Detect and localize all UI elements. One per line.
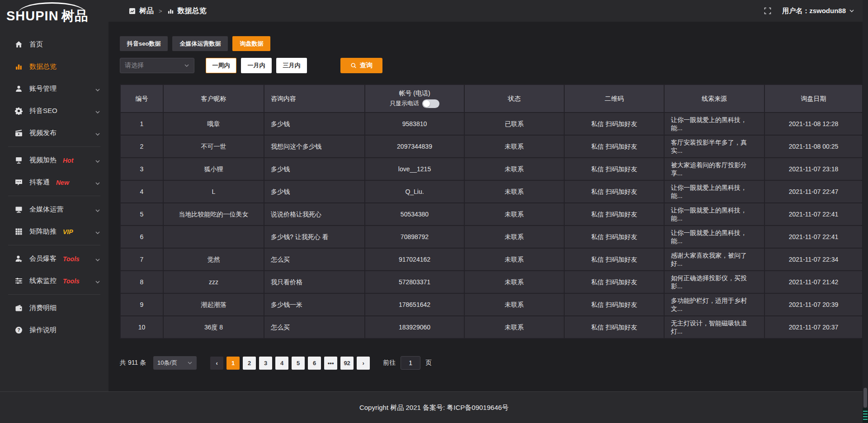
qrcode-actions[interactable]: 私信 扫码加好友: [565, 249, 664, 270]
page-button[interactable]: 92: [340, 357, 354, 370]
prev-page-button[interactable]: ‹: [210, 357, 223, 370]
user-icon: [15, 85, 23, 93]
lead-source-link[interactable]: 让你一眼就爱上的黑科技，能...: [665, 203, 764, 225]
lead-source-link[interactable]: 让你一眼就爱上的黑科技，能...: [665, 113, 764, 135]
status-label: 未联系: [465, 316, 564, 338]
tab-douyin-seo-data[interactable]: 抖音seo数据: [120, 36, 168, 51]
page-size-select[interactable]: 10条/页: [153, 356, 197, 370]
sidebar-item-label: 视频加热: [29, 156, 57, 164]
query-button[interactable]: 查询: [340, 58, 382, 73]
filter-bar: 请选择 一周内 一月内 三月内 查询: [120, 58, 382, 73]
sidebar-item-badge: Hot: [63, 157, 73, 164]
home-icon: [15, 41, 23, 48]
next-page-button[interactable]: ›: [357, 357, 370, 370]
range-three-months-button[interactable]: 三月内: [276, 58, 307, 73]
scrollbar-track[interactable]: [863, 0, 868, 423]
lead-source-link[interactable]: 如何正确选择投影仪，买投影...: [665, 271, 764, 293]
chevron-down-icon: [95, 256, 100, 262]
tab-inquiry-data[interactable]: 询盘数据: [232, 36, 270, 51]
chevron-down-icon: [95, 86, 100, 92]
qrcode-actions[interactable]: 私信 扫码加好友: [565, 136, 664, 157]
lead-source-link[interactable]: 感谢大家喜欢我家，被问了好...: [665, 249, 764, 270]
row-index: 7: [121, 249, 163, 270]
lead-source-link[interactable]: 让你一眼就爱上的黑科技，能...: [665, 226, 764, 248]
page-button[interactable]: 3: [259, 357, 272, 370]
sidebar-item-home[interactable]: 首页: [0, 33, 108, 56]
sidebar-item-matrix-boost[interactable]: 矩阵助推VIP: [0, 221, 108, 243]
status-label: 未联系: [465, 136, 564, 157]
goto-prefix: 前往: [383, 359, 396, 367]
filter-select[interactable]: 请选择: [120, 58, 194, 73]
customer-nickname: 当地比较能吃的一位美女: [164, 203, 264, 225]
sidebar-nav: 首页数据总览账号管理抖音SEO视频发布视频加热Hot抖客通New全媒体运营矩阵助…: [0, 33, 108, 341]
chevron-down-icon: [95, 158, 100, 163]
row-index: 1: [121, 113, 163, 135]
sidebar-item-video-publish[interactable]: 视频发布: [0, 122, 108, 144]
goto-page-input[interactable]: 1: [401, 356, 420, 370]
lead-source-link[interactable]: 客厅安装投影半年多了，真实...: [665, 136, 764, 157]
user-menu[interactable]: 用户名：zswodun88: [782, 7, 854, 15]
qrcode-actions[interactable]: 私信 扫码加好友: [565, 181, 664, 202]
lead-source-link[interactable]: 多功能护栏灯，适用于乡村文...: [665, 294, 764, 315]
page-button[interactable]: 5: [292, 357, 305, 370]
sidebar-item-lead-monitor[interactable]: 线索监控Tools: [0, 270, 108, 292]
sliders-icon: [15, 277, 23, 285]
qrcode-actions[interactable]: 私信 扫码加好友: [565, 316, 664, 338]
page-button[interactable]: 6: [308, 357, 321, 370]
tab-omnimedia-data[interactable]: 全媒体运营数据: [172, 36, 228, 51]
status-label: 已联系: [465, 113, 564, 135]
sidebar-item-operation-guide[interactable]: ?操作说明: [0, 319, 108, 341]
sidebar-item-douyin-seo[interactable]: 抖音SEO: [0, 100, 108, 122]
fullscreen-icon[interactable]: [764, 7, 771, 14]
customer-nickname: 哦章: [164, 113, 264, 135]
sidebar-item-consumption-detail[interactable]: 消费明细: [0, 297, 108, 319]
inquiry-table: 编号 客户昵称 咨询内容 帐号 (电话) 只显示电话 状态 二维码 线索来源 询…: [120, 84, 861, 339]
qrcode-actions[interactable]: 私信 扫码加好友: [565, 271, 664, 293]
account-header-label: 帐号 (电话): [399, 89, 430, 97]
help-icon: ?: [15, 326, 23, 334]
svg-text:?: ?: [17, 328, 20, 333]
row-index: 6: [121, 226, 163, 248]
page-button[interactable]: 4: [275, 357, 288, 370]
table-row: 7觉然怎么买917024162未联系私信 扫码加好友感谢大家喜欢我家，被问了好.…: [121, 249, 860, 270]
inquiry-content: 我想问这个多少钱: [264, 136, 364, 157]
sidebar-item-video-heating[interactable]: 视频加热Hot: [0, 149, 108, 171]
sidebar-item-member-leads[interactable]: 会员爆客Tools: [0, 248, 108, 270]
inquiry-content: 多少钱: [264, 158, 364, 180]
qrcode-actions[interactable]: 私信 扫码加好友: [565, 158, 664, 180]
customer-nickname: 觉然: [164, 249, 264, 270]
gear-icon: [15, 107, 23, 115]
sidebar-item-omnimedia-operation[interactable]: 全媒体运营: [0, 198, 108, 221]
phone-only-toggle[interactable]: [422, 99, 439, 108]
range-one-week-button[interactable]: 一周内: [206, 58, 236, 73]
sidebar-item-douketong[interactable]: 抖客通New: [0, 171, 108, 193]
qrcode-actions[interactable]: 私信 扫码加好友: [565, 226, 664, 248]
scrollbar-thumb[interactable]: [863, 388, 867, 408]
page-button[interactable]: 2: [243, 357, 256, 370]
breadcrumb-root[interactable]: 树品: [139, 6, 154, 16]
col-header-account: 帐号 (电话) 只显示电话: [365, 85, 464, 112]
status-label: 未联系: [465, 158, 564, 180]
account-phone: Q_Liu.: [365, 181, 464, 202]
sidebar-item-data-overview[interactable]: 数据总览: [0, 56, 108, 78]
bar-chart-icon: [167, 8, 174, 14]
qrcode-actions[interactable]: 私信 扫码加好友: [565, 294, 664, 315]
lead-source-link[interactable]: 让你一眼就爱上的黑科技，能...: [665, 181, 764, 202]
col-header-qrcode: 二维码: [565, 85, 664, 112]
table-row: 8zzz我只看价格572803371未联系私信 扫码加好友如何正确选择投影仪，买…: [121, 271, 860, 293]
grid-icon: [15, 228, 23, 235]
sidebar-item-account-management[interactable]: 账号管理: [0, 78, 108, 100]
qrcode-actions[interactable]: 私信 扫码加好友: [565, 113, 664, 135]
sidebar-item-label: 视频发布: [29, 129, 57, 137]
inquiry-date: 2021-11-07 22:34: [765, 249, 862, 270]
page-button[interactable]: 1: [226, 357, 240, 370]
range-one-month-button[interactable]: 一月内: [241, 58, 272, 73]
chevron-down-icon: [187, 360, 193, 366]
lead-source-link[interactable]: 被大家追着问的客厅投影分享...: [665, 158, 764, 180]
copyright-text: Copyright 树品 2021 备案号: 粤ICP备09019646号: [359, 404, 509, 423]
more-pages-button[interactable]: •••: [324, 357, 337, 370]
phone-toggle-row: 只显示电话: [390, 99, 439, 108]
table-row: 5当地比较能吃的一位美女说说价格让我死心50534380未联系私信 扫码加好友让…: [121, 203, 860, 225]
lead-source-link[interactable]: 无主灯设计，智能磁吸轨道灯...: [665, 316, 764, 338]
qrcode-actions[interactable]: 私信 扫码加好友: [565, 203, 664, 225]
